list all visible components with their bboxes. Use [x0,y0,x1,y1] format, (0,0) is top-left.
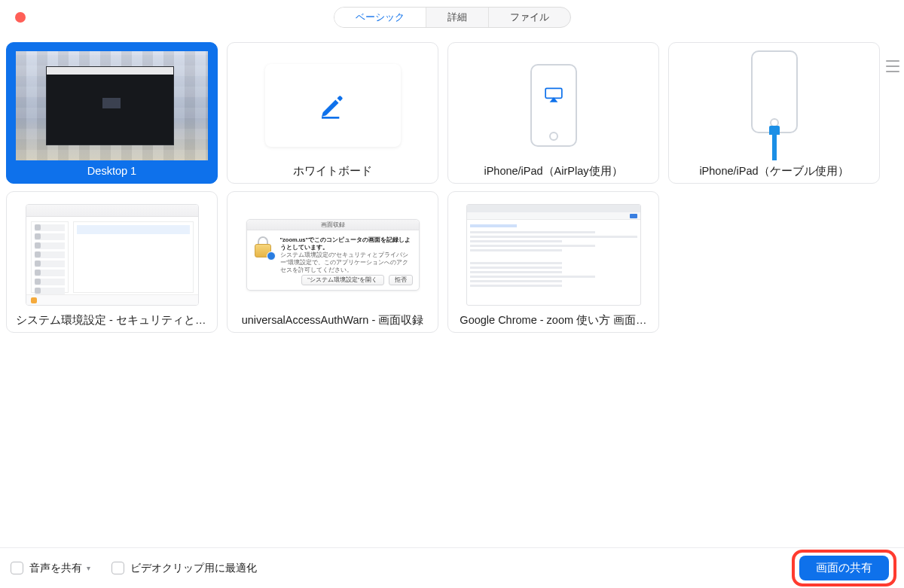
chevron-down-icon[interactable]: ▾ [87,564,90,572]
svg-rect-0 [322,117,339,119]
titlebar: ベーシック 詳細 ファイル [0,0,904,35]
thumbnail-iphone-cable [675,49,873,162]
thumbnail-chrome [454,198,652,311]
svg-rect-1 [545,88,562,98]
share-option-desktop1[interactable]: Desktop 1 [6,42,218,184]
dialog-open-button: "システム環境設定"を開く [301,275,383,285]
share-option-iphone-cable[interactable]: iPhone/iPad（ケーブル使用） [668,42,880,184]
thumbnail-system-preferences [13,198,211,311]
checkbox-icon [11,562,23,574]
thumbnail-whiteboard [234,49,432,162]
share-option-auth-warn[interactable]: 画面収録 "zoom.us"でこのコンピュータの画面を記録しようとしています。 … [227,191,438,333]
tab-files[interactable]: ファイル [489,8,570,27]
tab-advanced[interactable]: 詳細 [426,8,489,27]
card-label: iPhone/iPad（AirPlay使用） [454,162,652,180]
optimize-video-checkbox[interactable]: ビデオクリップ用に最適化 [111,562,257,575]
card-label: Google Chrome - zoom 使い方 画面… [454,311,652,329]
airplay-icon [544,87,563,103]
share-options-grid: Desktop 1 ホワイトボード iPhone/iPad（AirPlay使用） [0,35,904,333]
share-audio-checkbox[interactable]: 音声を共有 ▾ [11,562,90,575]
dialog-text-2: システム環境設定の"セキュリティとプライバシー"環境設定で、このアプリケーション… [280,251,413,274]
share-audio-label: 音声を共有 [29,562,82,575]
dialog-deny-button: 拒否 [389,275,413,285]
dialog-title: 画面収録 [247,220,419,230]
thumbnail-desktop1 [13,49,211,162]
share-option-iphone-airplay[interactable]: iPhone/iPad（AirPlay使用） [447,42,659,184]
share-screen-button[interactable]: 画面の共有 [799,556,889,580]
share-option-system-preferences[interactable]: システム環境設定 - セキュリティとプ… [6,191,218,333]
card-label: universalAccessAuthWarn - 画面収録 [234,311,432,329]
card-label: ホワイトボード [234,162,432,180]
bottom-bar: 音声を共有 ▾ ビデオクリップ用に最適化 画面の共有 [0,547,904,588]
share-option-chrome[interactable]: Google Chrome - zoom 使い方 画面… [447,191,659,333]
tab-segment: ベーシック 詳細 ファイル [334,7,571,28]
lock-icon [253,236,274,259]
checkbox-icon [111,562,124,574]
card-label: iPhone/iPad（ケーブル使用） [675,162,873,180]
share-option-whiteboard[interactable]: ホワイトボード [227,42,438,184]
menu-icon[interactable] [886,60,899,72]
share-button-highlight: 画面の共有 [792,550,896,586]
pen-icon [318,90,348,120]
card-label: Desktop 1 [13,162,211,180]
thumbnail-iphone-airplay [454,49,652,162]
dialog-text-1: "zoom.us"でこのコンピュータの画面を記録しようとしています。 [280,236,413,251]
tab-basic[interactable]: ベーシック [334,8,426,27]
card-label: システム環境設定 - セキュリティとプ… [13,311,211,329]
thumbnail-auth-warn: 画面収録 "zoom.us"でこのコンピュータの画面を記録しようとしています。 … [234,198,432,311]
close-window-button[interactable] [15,12,26,23]
optimize-video-label: ビデオクリップ用に最適化 [130,562,257,575]
